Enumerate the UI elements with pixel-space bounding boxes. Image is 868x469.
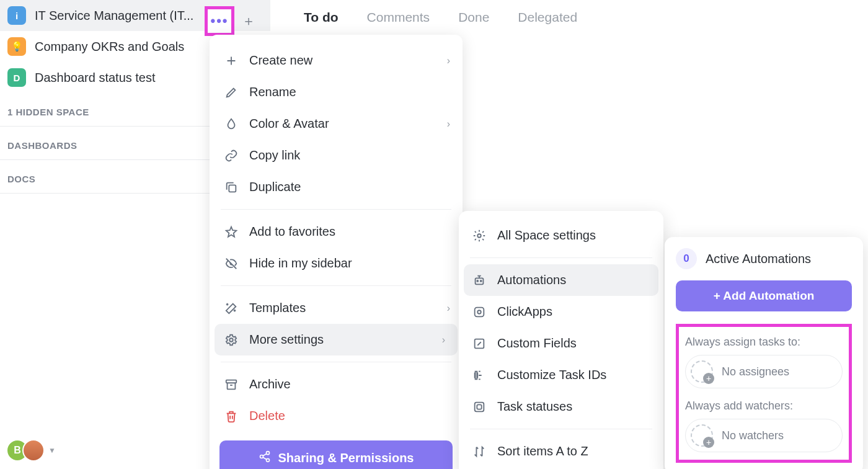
menu-hide-sidebar[interactable]: Hide in my sidebar [210,248,463,279]
space-icon-bulb: 💡 [7,37,26,56]
svg-point-13 [477,310,481,314]
chevron-right-icon: › [442,334,445,346]
droplet-icon [224,117,238,131]
more-options-button[interactable]: ••• [205,6,234,36]
menu-label: Custom Fields [497,336,577,351]
menu-templates[interactable]: Templates › [210,292,463,324]
menu-label: More settings [249,333,324,347]
menu-label: Duplicate [249,180,301,194]
menu-duplicate[interactable]: Duplicate [210,171,463,203]
menu-label: Templates [249,301,306,315]
menu-label: All Space settings [497,228,596,243]
submenu-custom-fields[interactable]: Custom Fields [459,328,663,359]
robot-icon [472,274,486,287]
menu-label: Color & Avatar [249,117,329,131]
svg-rect-16 [477,404,481,409]
no-assignees-text: No assignees [722,365,789,378]
add-automation-button[interactable]: + Add Automation [676,280,852,311]
assignee-selector[interactable]: No assignees [685,355,843,388]
space-context-menu: Create new › Rename Color & Avatar › Cop… [210,35,463,469]
eye-off-icon [224,257,238,270]
submenu-clickapps[interactable]: ClickApps [459,296,663,328]
menu-delete[interactable]: Delete [210,400,463,432]
edit-square-icon [472,337,486,351]
wand-icon [224,302,238,315]
plus-icon [224,54,238,68]
status-icon [472,400,486,414]
menu-label: Hide in my sidebar [249,256,352,270]
apps-icon [472,305,486,319]
add-person-icon [691,424,713,447]
top-tabs: To do Comments Done Delegated [304,0,577,35]
menu-label: Archive [249,377,291,391]
space-actions: ••• ＋ [205,6,259,36]
add-person-icon [691,360,713,383]
menu-rename[interactable]: Rename [210,76,463,108]
svg-point-7 [266,458,269,462]
avatar-stack[interactable]: B [6,439,45,462]
menu-label: Task statuses [497,400,572,414]
svg-point-3 [229,338,233,342]
menu-label: Delete [249,409,285,423]
id-icon [472,368,486,382]
svg-point-10 [477,280,478,282]
menu-label: Rename [249,85,296,99]
chevron-right-icon: › [447,303,450,314]
menu-more-settings[interactable]: More settings › [215,324,458,355]
chevron-right-icon: › [447,55,450,66]
menu-label: Sort items A to Z [497,444,588,458]
chevron-down-icon[interactable]: ▼ [48,446,56,455]
menu-color-avatar[interactable]: Color & Avatar › [210,108,463,140]
watcher-selector[interactable]: No watchers [685,419,843,452]
submenu-sort[interactable]: Sort items A to Z [459,436,663,467]
menu-copy-link[interactable]: Copy link [210,140,463,171]
tab-delegated[interactable]: Delegated [518,10,577,25]
assignee-watcher-highlight: Always assign tasks to: No assignees Alw… [676,324,852,463]
menu-add-favorites[interactable]: Add to favorites [210,216,463,248]
avatar-user-photo [22,439,45,462]
menu-label: Automations [497,273,566,287]
svg-rect-15 [475,402,484,411]
menu-label: ClickApps [497,305,552,319]
space-icon-letter: D [7,68,26,87]
link-icon [224,149,238,163]
submenu-task-statuses[interactable]: Task statuses [459,391,663,422]
sharing-permissions-button[interactable]: Sharing & Permissions [219,440,453,469]
watchers-label: Always add watchers: [685,400,843,413]
automations-count: 0 [676,248,697,269]
svg-point-8 [477,234,481,238]
gear-icon [224,333,238,347]
trash-icon [224,409,238,423]
chevron-right-icon: › [447,118,450,130]
sort-icon [472,445,486,458]
svg-point-6 [260,455,263,458]
menu-label: Copy link [249,148,300,163]
menu-label: Add to favorites [249,225,335,239]
add-space-button[interactable]: ＋ [238,11,259,32]
archive-icon [224,378,238,391]
svg-rect-4 [226,380,237,383]
menu-label: Create new [249,53,312,68]
tab-todo[interactable]: To do [304,10,339,25]
pencil-icon [224,86,238,99]
svg-point-5 [266,452,269,455]
gear-icon [472,229,486,243]
more-settings-submenu: All Space settings Automations ClickApps… [459,211,663,469]
menu-archive[interactable]: Archive [210,368,463,400]
submenu-all-space-settings[interactable]: All Space settings [459,220,663,251]
submenu-task-ids[interactable]: Customize Task IDs [459,359,663,391]
automations-header: 0 Active Automations [676,248,852,269]
menu-create-new[interactable]: Create new › [210,45,463,76]
menu-label: Customize Task IDs [497,368,606,382]
share-icon [259,450,271,466]
space-icon-info: i [7,6,26,25]
assign-label: Always assign tasks to: [685,336,843,349]
svg-rect-12 [475,307,484,316]
tab-comments[interactable]: Comments [367,10,430,25]
automations-panel: 0 Active Automations + Add Automation Al… [665,237,863,469]
svg-rect-2 [229,185,236,192]
duplicate-icon [224,181,238,194]
submenu-automations[interactable]: Automations [464,264,658,296]
automations-title: Active Automations [706,252,811,266]
tab-done[interactable]: Done [458,10,489,25]
